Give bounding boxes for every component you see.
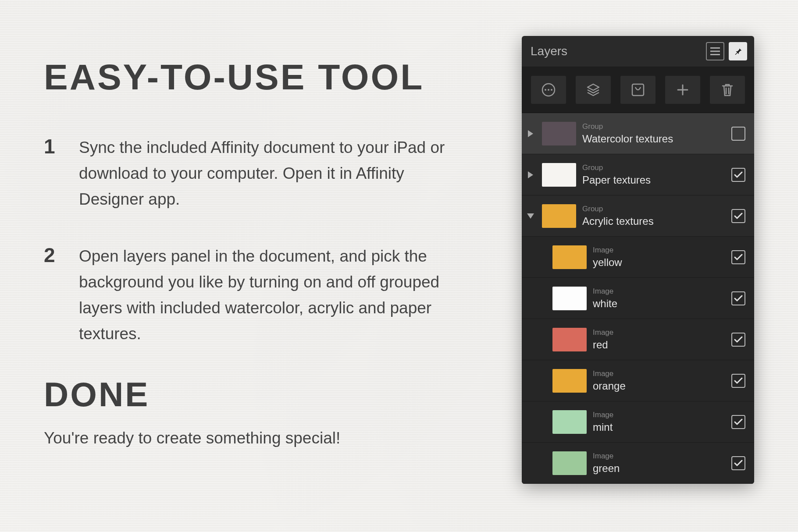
layer-info: Imageorange xyxy=(593,369,725,392)
step-number: 2 xyxy=(44,243,61,347)
steps-list: 1 Sync the included Affinity document to… xyxy=(44,135,474,347)
layer-name: Acrylic textures xyxy=(582,215,725,227)
layer-row[interactable]: Imagewhite xyxy=(522,278,754,319)
layer-row[interactable]: Imagered xyxy=(522,319,754,360)
visibility-checkbox[interactable] xyxy=(731,333,745,347)
layer-info: Imagegreen xyxy=(593,452,725,475)
layers-panel: Layers GroupWatercolor texturesGroupPape… xyxy=(522,36,754,484)
layer-thumbnail xyxy=(542,163,576,187)
check-icon xyxy=(734,295,743,302)
layer-options-button[interactable] xyxy=(531,76,566,104)
check-icon xyxy=(734,419,743,426)
layer-info: GroupPaper textures xyxy=(582,163,725,186)
layer-name: white xyxy=(593,298,725,310)
layer-name: Paper textures xyxy=(582,174,725,186)
visibility-checkbox[interactable] xyxy=(731,415,745,429)
layer-info: GroupAcrylic textures xyxy=(582,205,725,227)
layer-type: Image xyxy=(593,411,725,419)
visibility-checkbox[interactable] xyxy=(731,250,745,264)
layer-type: Group xyxy=(582,205,725,213)
layer-thumbnail xyxy=(542,204,576,228)
layer-name: green xyxy=(593,462,725,475)
layer-info: GroupWatercolor textures xyxy=(582,122,725,145)
layer-thumbnail xyxy=(552,369,587,393)
layer-type: Image xyxy=(593,246,725,255)
check-icon xyxy=(734,460,743,467)
add-layer-button[interactable] xyxy=(665,76,700,104)
layer-row[interactable]: Imageorange xyxy=(522,360,754,401)
visibility-checkbox[interactable] xyxy=(731,291,745,305)
plus-icon xyxy=(676,83,689,96)
layer-thumbnail xyxy=(552,328,587,351)
check-icon xyxy=(734,377,743,384)
layers-icon xyxy=(586,82,601,97)
page-title: EASY-TO-USE TOOL xyxy=(44,59,474,95)
layer-thumbnail xyxy=(552,287,587,310)
step-item: 2 Open layers panel in the document, and… xyxy=(44,243,474,347)
panel-toolbar xyxy=(522,67,754,113)
layer-info: Imagemint xyxy=(593,411,725,433)
step-text: Sync the included Affinity document to y… xyxy=(79,135,474,213)
layer-name: Watercolor textures xyxy=(582,133,725,145)
layer-type: Group xyxy=(582,163,725,172)
done-heading: DONE xyxy=(44,377,474,411)
svg-point-1 xyxy=(545,89,546,91)
layer-stack-button[interactable] xyxy=(576,76,611,104)
pin-icon xyxy=(733,46,743,56)
layer-info: Imageyellow xyxy=(593,246,725,269)
mask-icon xyxy=(631,83,645,97)
done-text: You're ready to create something special… xyxy=(44,429,474,447)
check-icon xyxy=(734,336,743,343)
layer-row[interactable]: Imageyellow xyxy=(522,237,754,278)
layer-thumbnail xyxy=(552,410,587,434)
layer-list: GroupWatercolor texturesGroupPaper textu… xyxy=(522,113,754,484)
panel-title: Layers xyxy=(531,44,567,58)
visibility-checkbox[interactable] xyxy=(731,127,745,141)
pin-panel-button[interactable] xyxy=(729,42,747,60)
check-icon xyxy=(734,213,743,220)
trash-icon xyxy=(721,83,734,97)
svg-point-2 xyxy=(548,89,549,91)
layer-name: mint xyxy=(593,421,725,433)
panel-header-actions xyxy=(706,42,747,60)
mask-button[interactable] xyxy=(620,76,656,104)
layer-info: Imagered xyxy=(593,328,725,351)
layer-info: Imagewhite xyxy=(593,287,725,310)
layer-row[interactable]: GroupPaper textures xyxy=(522,154,754,195)
layer-name: orange xyxy=(593,380,725,392)
step-number: 1 xyxy=(44,135,61,213)
chevron-right-icon[interactable] xyxy=(525,170,536,180)
panel-header: Layers xyxy=(522,36,754,67)
layer-type: Image xyxy=(593,369,725,378)
menu-icon xyxy=(710,47,720,55)
chevron-down-icon[interactable] xyxy=(525,211,536,221)
layer-row[interactable]: Imagegreen xyxy=(522,443,754,484)
step-item: 1 Sync the included Affinity document to… xyxy=(44,135,474,213)
visibility-checkbox[interactable] xyxy=(731,168,745,182)
chevron-right-icon[interactable] xyxy=(525,128,536,139)
instructions-column: EASY-TO-USE TOOL 1 Sync the included Aff… xyxy=(44,59,474,447)
visibility-checkbox[interactable] xyxy=(731,456,745,470)
panel-menu-button[interactable] xyxy=(706,42,724,60)
layer-row[interactable]: Imagemint xyxy=(522,401,754,443)
layer-type: Group xyxy=(582,122,725,131)
check-icon xyxy=(734,254,743,261)
visibility-checkbox[interactable] xyxy=(731,374,745,388)
more-options-icon xyxy=(541,82,556,97)
svg-point-3 xyxy=(551,89,552,91)
visibility-checkbox[interactable] xyxy=(731,209,745,223)
layer-type: Image xyxy=(593,287,725,296)
step-text: Open layers panel in the document, and p… xyxy=(79,243,474,347)
layer-name: yellow xyxy=(593,256,725,269)
layer-name: red xyxy=(593,339,725,351)
layer-row[interactable]: GroupAcrylic textures xyxy=(522,195,754,237)
layer-type: Image xyxy=(593,452,725,461)
layer-row[interactable]: GroupWatercolor textures xyxy=(522,113,754,154)
layer-thumbnail xyxy=(552,245,587,269)
layer-thumbnail xyxy=(542,122,576,145)
check-icon xyxy=(734,171,743,178)
layer-thumbnail xyxy=(552,451,587,475)
delete-layer-button[interactable] xyxy=(710,76,745,104)
layer-type: Image xyxy=(593,328,725,337)
